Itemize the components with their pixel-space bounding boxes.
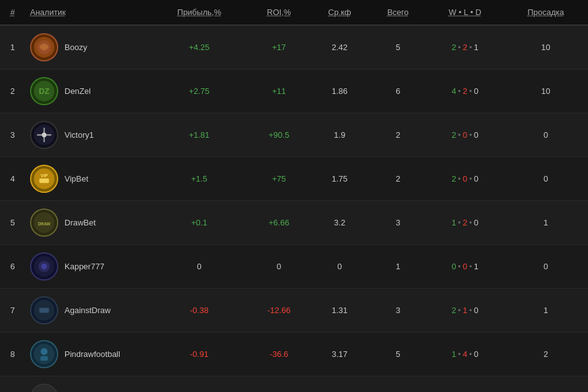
analyst-name[interactable]: AgainstDraw [64, 306, 111, 315]
draws: 0 [474, 349, 478, 359]
roi-cell: +6.66 [248, 201, 309, 245]
analyst-cell: Boozy [25, 25, 150, 70]
wins: 2 [451, 130, 456, 140]
rank-cell: 2 [0, 70, 25, 113]
wld-cell: 4 • 2 • 0 [426, 70, 503, 113]
col-total[interactable]: Всего [369, 0, 426, 25]
avatar [30, 121, 58, 149]
wins: 2 [451, 43, 456, 52]
avg-kf-cell: 2.42 [310, 25, 369, 70]
rank-cell: 3 [0, 113, 25, 157]
col-profit[interactable]: Прибыль,% [150, 0, 248, 25]
analyst-name[interactable]: VipBet [64, 174, 88, 183]
avg-kf-cell: 3.2 [310, 201, 369, 245]
analyst-cell: VIP VipBet [25, 157, 150, 201]
svg-rect-24 [39, 307, 49, 312]
analyst-name[interactable]: Victory1 [64, 130, 94, 140]
profit-cell: +1.81 [150, 113, 248, 157]
leaderboard-table: # Аналитик Прибыль,% ROI,% Ср.кф Всего W… [0, 0, 588, 392]
rank-cell: 9 [0, 376, 25, 393]
table-row: 6 Kapper777 0 0 0 1 0 • 0 • 1 0 [0, 245, 588, 289]
wld-cell: 2 • 0 • 0 [426, 157, 503, 201]
total-cell: 5 [369, 333, 426, 376]
analyst-name[interactable]: DrawBet [64, 218, 96, 227]
col-drawdown[interactable]: Просадка [503, 0, 588, 25]
svg-text:DZ: DZ [39, 86, 49, 96]
col-rank[interactable]: # [0, 0, 25, 25]
col-analyst[interactable]: Аналитик [25, 0, 150, 25]
analyst-name[interactable]: DenZel [64, 86, 91, 96]
profit-cell: -1 [150, 376, 248, 393]
table-row: 1 Boozy +4.25 +17 2.42 5 2 • 2 • 1 10 [0, 25, 588, 70]
total-cell: 2 [369, 113, 426, 157]
drawdown-cell: 10 [503, 70, 588, 113]
wld-cell: 2 • 2 • 1 [426, 25, 503, 70]
svg-point-21 [41, 264, 47, 269]
roi-cell: -36.6 [248, 333, 309, 376]
avatar [30, 296, 58, 324]
rank-cell: 7 [0, 289, 25, 333]
analyst-cell: AgainstDraw [25, 289, 150, 333]
roi-cell: +11 [248, 70, 309, 113]
roi-cell: +17 [248, 25, 309, 70]
drawdown-cell: 1 [503, 289, 588, 333]
rank-cell: 1 [0, 25, 25, 70]
losses: 0 [463, 130, 467, 140]
total-cell: 1 [369, 245, 426, 289]
draws: 1 [474, 43, 478, 52]
drawdown-cell: 0 [503, 113, 588, 157]
losses: 2 [463, 86, 467, 96]
wld-cell: 2 • 1 • 0 [426, 289, 503, 333]
analyst-cell: NOPHOTO PinnacleTMfb [25, 376, 150, 393]
rank-cell: 4 [0, 157, 25, 201]
wins: 1 [451, 349, 456, 359]
table-row: 8 Pindrawfootball -0.91 -36.6 3.17 5 1 •… [0, 333, 588, 376]
roi-cell: 0 [248, 245, 309, 289]
wins: 0 [451, 262, 456, 271]
avg-kf-cell: 1.86 [310, 70, 369, 113]
profit-cell: 0 [150, 245, 248, 289]
profit-cell: -0.91 [150, 333, 248, 376]
svg-text:VIP: VIP [41, 173, 48, 178]
losses: 4 [463, 349, 467, 359]
wins: 2 [451, 174, 456, 183]
svg-point-10 [42, 133, 46, 137]
roi-cell: +90.5 [248, 113, 309, 157]
avg-kf-cell: 3.17 [310, 333, 369, 376]
avatar: VIP [30, 165, 58, 193]
wins: 1 [451, 218, 456, 227]
analyst-name[interactable]: Kapper777 [64, 262, 105, 271]
total-cell: 6 [369, 70, 426, 113]
avg-kf-cell: 1.31 [310, 289, 369, 333]
losses: 0 [463, 262, 467, 271]
table-row: 5 DRAW DrawBet +0.1 +6.66 3.2 3 1 • 2 • … [0, 201, 588, 245]
analyst-cell: Victory1 [25, 113, 150, 157]
wins: 4 [451, 86, 456, 96]
col-wld[interactable]: W • L • D [426, 0, 503, 25]
roi-cell: -12.66 [248, 289, 309, 333]
analyst-name[interactable]: Pindrawfootball [64, 349, 120, 359]
svg-point-27 [41, 348, 48, 355]
profit-cell: +0.1 [150, 201, 248, 245]
analyst-cell: Kapper777 [25, 245, 150, 289]
losses: 1 [463, 306, 467, 315]
roi-cell: -100 [248, 376, 309, 393]
draws: 0 [474, 218, 478, 227]
analyst-name[interactable]: Boozy [64, 43, 87, 52]
col-avg-kf[interactable]: Ср.кф [310, 0, 369, 25]
drawdown-cell: 0 [503, 245, 588, 289]
avg-kf-cell: 0 [310, 245, 369, 289]
col-roi[interactable]: ROI,% [248, 0, 309, 25]
draws: 0 [474, 130, 478, 140]
rank-cell: 6 [0, 245, 25, 289]
wld-cell: 1 • 4 • 0 [426, 333, 503, 376]
analyst-cell: DRAW DrawBet [25, 201, 150, 245]
total-cell: 2 [369, 157, 426, 201]
analyst-cell: DZ DenZel [25, 70, 150, 113]
avatar [30, 252, 58, 281]
roi-cell: +75 [248, 157, 309, 201]
losses: 2 [463, 43, 467, 52]
draws: 0 [474, 86, 478, 96]
draws: 1 [474, 262, 478, 271]
profit-cell: +4.25 [150, 25, 248, 70]
